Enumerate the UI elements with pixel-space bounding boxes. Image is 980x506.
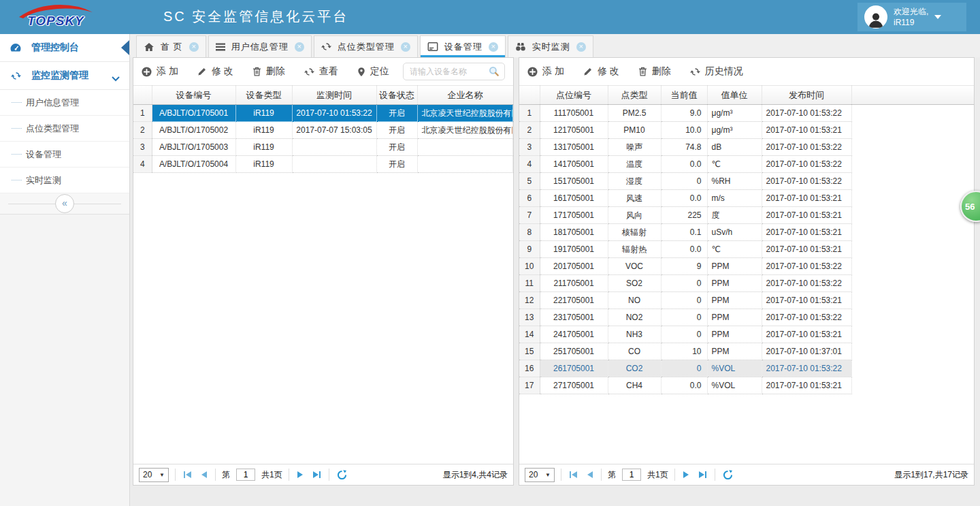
sidebar-item-device-mgmt[interactable]: 设备管理 [0, 142, 129, 168]
row-number: 3 [133, 139, 152, 156]
next-page-button[interactable] [681, 471, 691, 478]
last-page-button[interactable] [311, 471, 323, 478]
user-menu[interactable]: 欢迎光临, iR119 [858, 3, 966, 31]
edit-button[interactable]: 修 改 [583, 65, 619, 78]
cell: 74.8 [661, 139, 707, 156]
collapse-icon: « [55, 194, 74, 213]
table-row[interactable]: 17271705001CH40.0%VOL2017-07-10 01:53:21 [519, 377, 974, 394]
page-size-select[interactable]: 20▼ [139, 468, 169, 482]
table-row[interactable]: 10201705001VOC9PPM2017-07-10 01:53:22 [519, 258, 974, 275]
caret-down-icon: ▼ [159, 472, 165, 478]
cell: 0 [661, 326, 707, 343]
row-number: 12 [519, 292, 540, 309]
column-header: 设备类型 [235, 86, 292, 105]
prev-page-button[interactable] [585, 471, 595, 478]
sidebar-item-console[interactable]: 管理控制台 [0, 34, 129, 62]
cell-filler [851, 139, 974, 156]
last-page-button[interactable] [697, 471, 708, 478]
prev-page-button[interactable] [199, 471, 209, 478]
page-input[interactable] [622, 469, 641, 481]
tab-users[interactable]: 用户信息管理× [208, 35, 312, 57]
cell: 211705001 [540, 275, 608, 292]
toolbar-label: 删除 [266, 65, 285, 78]
binoculars-icon [515, 42, 526, 51]
page-input[interactable] [236, 469, 255, 481]
cell: 2017-07-10 01:53:21 [762, 122, 851, 139]
table-row[interactable]: 4141705001温度0.0℃2017-07-10 01:53:22 [519, 156, 974, 173]
device-table-head: 设备编号设备类型监测时间设备状态企业名称 [133, 86, 513, 105]
first-page-button[interactable] [568, 471, 579, 478]
cell: PM10 [608, 122, 661, 139]
toolbar-label: 修 改 [598, 65, 619, 78]
column-header: 设备状态 [376, 86, 417, 105]
add-button[interactable]: 添 加 [142, 65, 178, 78]
tab-point-types[interactable]: 点位类型管理× [314, 35, 418, 57]
search-icon[interactable] [489, 66, 500, 77]
table-row[interactable]: 2121705001PM1010.0μg/m³2017-07-10 01:53:… [519, 122, 974, 139]
close-icon[interactable]: × [189, 42, 199, 52]
point-table: 点位编号点类型当前值值单位发布时间 1111705001PM2.59.0μg/m… [519, 86, 974, 394]
table-row[interactable]: 16261705001CO20%VOL2017-07-10 01:53:22 [519, 360, 974, 377]
cycle-icon [321, 42, 331, 52]
table-row[interactable]: 14241705001NH30PPM2017-07-10 01:53:21 [519, 326, 974, 343]
row-number: 5 [519, 173, 540, 190]
cell: 131705001 [540, 139, 608, 156]
sidebar-collapse-button[interactable]: « [0, 193, 129, 215]
close-icon[interactable]: × [576, 42, 586, 52]
home-icon [144, 42, 154, 52]
sidebar-item-user-info[interactable]: 用户信息管理 [0, 90, 129, 116]
tab-home[interactable]: 首 页× [136, 35, 206, 57]
sidebar-item-realtime[interactable]: 实时监测 [0, 168, 129, 193]
table-row[interactable]: 13231705001NO20PPM2017-07-10 01:53:22 [519, 309, 974, 326]
cycle-icon [304, 67, 314, 77]
table-row[interactable]: 15251705001CO10PPM2017-07-10 01:37:01 [519, 343, 974, 360]
view-button[interactable]: 查看 [304, 65, 338, 78]
table-row[interactable]: 7171705001风向225度2017-07-10 01:53:21 [519, 207, 974, 224]
add-button[interactable]: 添 加 [527, 65, 564, 78]
table-row[interactable]: 6161705001风速0.0m/s2017-07-10 01:53:21 [519, 190, 974, 207]
table-row[interactable]: 2A/BJLT/O/1705002iR1192017-07-07 15:03:0… [133, 122, 513, 139]
sidebar-item-point-type[interactable]: 点位类型管理 [0, 116, 129, 142]
page-prefix-label: 第 [608, 469, 616, 481]
delete-button[interactable]: 删除 [638, 65, 671, 78]
sidebar-item-monitor-mgmt[interactable]: 监控监测管理 [0, 62, 129, 90]
cell-filler [851, 207, 974, 224]
table-row[interactable]: 3A/BJLT/O/1705003iR119开启 [133, 139, 513, 156]
sidebar-submenu: 用户信息管理点位类型管理设备管理实时监测 [0, 90, 129, 193]
close-icon[interactable]: × [295, 42, 304, 52]
close-icon[interactable]: × [401, 42, 410, 52]
cell: 221705001 [540, 292, 608, 309]
row-number: 6 [519, 190, 540, 207]
cell: 湿度 [608, 173, 661, 190]
cell: NH3 [608, 326, 661, 343]
table-row[interactable]: 1111705001PM2.59.0μg/m³2017-07-10 01:53:… [519, 105, 974, 122]
row-number: 9 [519, 241, 540, 258]
table-row[interactable]: 12221705001NO0PPM2017-07-10 01:53:21 [519, 292, 974, 309]
search-input[interactable] [408, 66, 489, 77]
table-row[interactable]: 1A/BJLT/O/1705001iR1192017-07-10 01:53:2… [133, 105, 513, 122]
close-icon[interactable]: × [489, 42, 498, 52]
history-button[interactable]: 历史情况 [690, 65, 743, 78]
device-panel: 添 加修 改删除查看定位 设备编号设备类型监测时间设备状态企业名称 1A/BJL… [133, 57, 514, 486]
table-row[interactable]: 9191705001辐射热0.0℃2017-07-10 01:53:21 [519, 241, 974, 258]
list-icon [216, 43, 225, 51]
table-row[interactable]: 8181705001核辐射0.1uSv/h2017-07-10 01:53:21 [519, 224, 974, 241]
tab-devices[interactable]: 设备管理× [420, 35, 506, 57]
page-total-label: 共1页 [647, 469, 668, 481]
edit-button[interactable]: 修 改 [197, 65, 233, 78]
next-page-button[interactable] [295, 471, 305, 478]
records-summary: 显示1到17,共17记录 [894, 469, 968, 481]
table-row[interactable]: 11211705001SO20PPM2017-07-10 01:53:22 [519, 275, 974, 292]
tab-realtime[interactable]: 实时监测× [508, 35, 593, 57]
table-row[interactable]: 3131705001噪声74.8dB2017-07-10 01:53:22 [519, 139, 974, 156]
locate-button[interactable]: 定位 [357, 65, 389, 78]
table-row[interactable]: 4A/BJLT/O/1705004iR119开启 [133, 156, 513, 173]
first-page-button[interactable] [182, 471, 193, 478]
refresh-icon[interactable] [723, 470, 733, 480]
table-row[interactable]: 5151705001湿度0%RH2017-07-10 01:53:22 [519, 173, 974, 190]
chevron-down-icon [112, 73, 120, 84]
delete-button[interactable]: 删除 [252, 65, 285, 78]
cell: 2017-07-10 01:53:22 [762, 105, 851, 122]
page-size-select[interactable]: 20▼ [525, 468, 555, 482]
refresh-icon[interactable] [337, 470, 347, 480]
